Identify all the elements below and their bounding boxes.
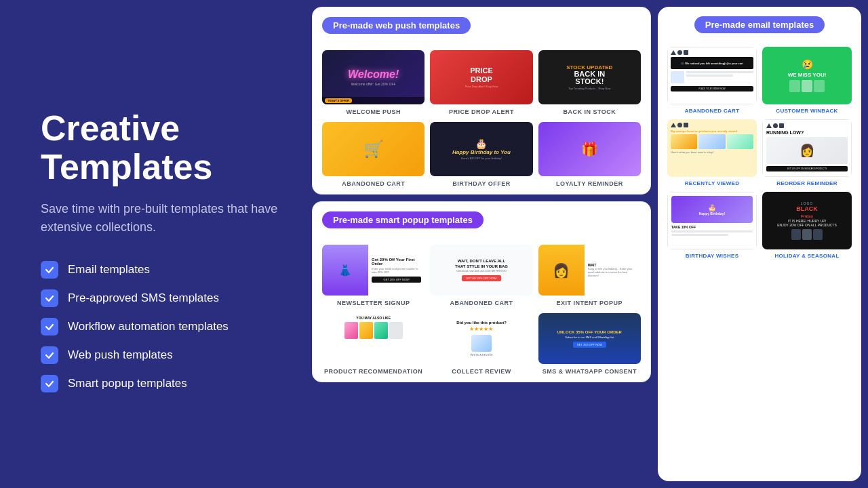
popup-section: Pre-made smart popup templates 👗 Get 20%… (312, 201, 651, 382)
template-exit[interactable]: 👩 WAIT Sorry to see you leaving... Enter… (538, 245, 641, 306)
template-label-welcome: WELCOME PUSH (346, 108, 401, 115)
email-panel: Pre-made email templates 🛒 We noticed yo… (658, 7, 861, 481)
email-card-winback[interactable]: 😢 WE MISS YOU! CUSTOMER WINBACK (762, 47, 852, 114)
template-cart[interactable]: 🛒 ABANDONED CART (322, 122, 425, 187)
template-label-cart: ABANDONED CART (342, 180, 405, 187)
right-area: Pre-made web push templates Welcome! Wel… (312, 0, 868, 488)
check-label-workflow: Workflow automation templates (68, 320, 229, 333)
template-popup-abandoned[interactable]: WAIT, DON'T LEAVE ALLTHAT STYLE IN YOUR … (430, 245, 532, 306)
check-label-email: Email templates (68, 263, 150, 277)
template-label-birthday: BIRTHDAY OFFER (452, 180, 511, 187)
template-review[interactable]: Did you like this product? ★★★★★ WRITE A… (430, 313, 532, 375)
email-label-birthday: BIRTHDAY WISHES (667, 253, 757, 259)
popup-header: Pre-made smart popup templates (322, 211, 484, 228)
template-sms-consent[interactable]: UNLOCK 35% OFF YOUR ORDER Subscribe to o… (538, 313, 641, 375)
email-label-reorder: REORDER REMINDER (762, 180, 852, 186)
check-label-popup: Smart popup templates (68, 377, 187, 390)
checklist: Email templates Pre-approved SMS templat… (41, 261, 278, 392)
email-header: Pre-made email templates (694, 16, 825, 33)
check-label-sms: Pre-approved SMS templates (68, 291, 219, 305)
template-label-review: COLLECT REVIEW (452, 368, 511, 375)
email-label-holiday: HOLIDAY & SEASONAL (762, 253, 852, 259)
template-backinstock[interactable]: STOCK UPDATED BACK INSTOCK! Top Trending… (538, 50, 641, 115)
check-item-workflow: Workflow automation templates (41, 318, 278, 336)
email-card-recently-viewed[interactable]: Big savings found on products you recent… (667, 119, 757, 186)
template-label-sms-consent: SMS & WHATSAPP CONSENT (542, 368, 637, 375)
email-card-reorder[interactable]: RUNNING LOW? 👩 SET 10% OFF ON SKINCARE P… (762, 119, 852, 186)
template-label-pricedrop: PRICE DROP ALERT (449, 108, 514, 115)
template-newsletter[interactable]: 👗 Get 20% Off Your First Order Enter you… (322, 245, 425, 306)
left-panel: Creative Templates Save time with pre-bu… (0, 0, 312, 488)
template-welcome-push[interactable]: Welcome! Welcome offer: Get 20% OFF TODA… (322, 50, 425, 115)
email-card-abandoned[interactable]: 🛒 We noticed you left something(s) in yo… (667, 47, 757, 114)
webpush-section: Pre-made web push templates Welcome! Wel… (312, 7, 651, 195)
template-label-rec: PRODUCT RECOMMENDATION (324, 368, 422, 375)
template-label-backinstock: BACK IN STOCK (563, 108, 616, 115)
template-label-popup-abandoned: ABANDONED CART (450, 300, 513, 306)
check-icon-sms (41, 289, 58, 307)
check-label-push: Web push templates (68, 348, 173, 362)
webpush-header: Pre-made web push templates (322, 17, 471, 34)
email-card-birthday[interactable]: 🎂 Happy Birthday! TAKE 10% OFF BIRTHDAY … (667, 192, 757, 259)
check-icon-popup (41, 375, 58, 392)
check-icon-workflow (41, 318, 58, 336)
email-label-abandoned: ABANDONED CART (667, 108, 757, 114)
main-title: Creative Templates (41, 109, 278, 186)
template-label-exit: EXIT INTENT POPUP (557, 300, 623, 306)
check-icon-push (41, 346, 58, 364)
center-panel: Pre-made web push templates Welcome! Wel… (312, 7, 651, 481)
check-item-email: Email templates (41, 261, 278, 279)
check-item-sms: Pre-approved SMS templates (41, 289, 278, 307)
template-pricedrop[interactable]: PRICEDROP Price Drop Alert! Shop Now PRI… (430, 50, 532, 115)
check-item-push: Web push templates (41, 346, 278, 364)
email-card-holiday[interactable]: LOGO BLACKFriday IT IS HERE! HURRY UP!EN… (762, 192, 852, 259)
email-grid: 🛒 We noticed you left something(s) in yo… (667, 47, 852, 259)
template-loyalty[interactable]: 🎁 LOYALTY REMINDER (538, 122, 641, 187)
template-label-loyalty: LOYALTY REMINDER (556, 180, 623, 187)
email-label-recently-viewed: RECENTLY VIEWED (667, 180, 757, 186)
template-rec[interactable]: YOU MAY ALSO LIKE PRODUCT RECOMMENDATION (322, 313, 425, 375)
main-subtitle: Save time with pre-built templates that … (41, 200, 278, 237)
email-label-winback: CUSTOMER WINBACK (762, 108, 852, 114)
template-label-newsletter: NEWSLETTER SIGNUP (337, 300, 410, 306)
check-icon-email (41, 261, 58, 279)
template-birthday[interactable]: 🎂 Happy Birthday to You Here's $20 OFF f… (430, 122, 532, 187)
check-item-popup: Smart popup templates (41, 375, 278, 392)
